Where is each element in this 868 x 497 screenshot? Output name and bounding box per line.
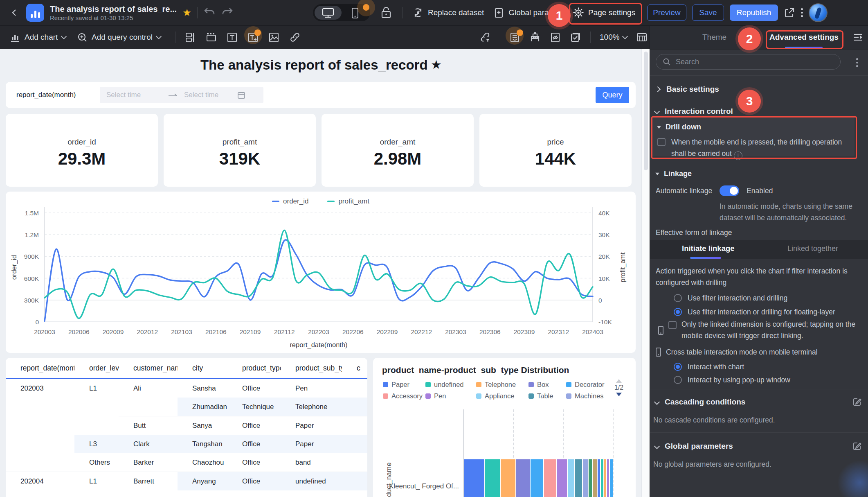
search-input[interactable] xyxy=(675,57,824,67)
add-chart-button[interactable]: Add chart xyxy=(10,25,66,49)
scrollbar-thumb[interactable] xyxy=(644,52,648,170)
table-chart-card[interactable]: report_date(month)order_levelcustomer_na… xyxy=(6,358,367,497)
section-global-parameters[interactable]: Global parameters xyxy=(650,437,868,455)
kpi-card-profit-amt[interactable]: profit_amt 319K xyxy=(164,114,316,187)
link-icon[interactable] xyxy=(289,32,301,43)
bar-segment[interactable] xyxy=(544,459,556,497)
bar-segment[interactable] xyxy=(557,459,567,497)
bar-segment[interactable] xyxy=(485,459,500,497)
legend-item[interactable]: Decorator xyxy=(566,381,612,389)
table-row[interactable]: OthersBarkerChaozhouOfficeband xyxy=(6,453,367,472)
section-cascading-conditions[interactable]: Cascading conditions xyxy=(650,393,868,411)
radio-interact-with-chart[interactable]: Interact with chart xyxy=(674,361,744,373)
panel-search[interactable] xyxy=(656,54,841,70)
bar-segment[interactable] xyxy=(568,459,575,497)
preview-button[interactable]: Preview xyxy=(647,5,686,21)
bar-segment[interactable] xyxy=(607,459,609,497)
replace-dataset-button[interactable]: Replace dataset xyxy=(412,7,484,18)
pagination-settings-icon[interactable] xyxy=(636,32,648,43)
radio-filter-and-drilling[interactable]: Use filter interaction and drilling xyxy=(674,292,787,304)
edit-icon[interactable] xyxy=(852,397,862,407)
bar-segment[interactable] xyxy=(598,459,600,497)
legend-item[interactable]: order_id xyxy=(272,197,308,206)
date-range-picker[interactable]: Select time Select time xyxy=(100,87,263,103)
collapse-panel-icon[interactable] xyxy=(853,32,864,42)
column-header[interactable]: product_sub_type xyxy=(281,358,342,379)
avatar[interactable] xyxy=(809,3,828,22)
kpi-card-order-id[interactable]: order_id 29.3M xyxy=(6,114,158,187)
bar-segment[interactable] xyxy=(601,459,603,497)
redo-icon[interactable] xyxy=(221,7,234,19)
legend-item[interactable]: profit_amt xyxy=(327,197,369,206)
bar-segment[interactable] xyxy=(610,459,613,497)
legend-item[interactable]: Accessory xyxy=(383,392,425,400)
linked-dimension-option[interactable]: Only the linked dimension is configured;… xyxy=(658,319,857,341)
column-header[interactable]: order_level xyxy=(74,358,119,379)
image-icon[interactable] xyxy=(268,32,279,43)
republish-button[interactable]: Republish xyxy=(730,5,778,21)
legend-item[interactable]: Telephone xyxy=(476,381,528,389)
more-menu-icon[interactable] xyxy=(801,8,803,17)
bar-segment[interactable] xyxy=(516,459,530,497)
bar-segment[interactable] xyxy=(589,459,593,497)
canvas-scrollbar[interactable] xyxy=(641,49,650,497)
linked-dimension-checkbox[interactable] xyxy=(668,321,677,329)
back-icon[interactable] xyxy=(8,7,20,19)
add-query-control-button[interactable]: Add query control xyxy=(77,25,161,49)
bar-segment[interactable] xyxy=(575,459,582,497)
tab-theme[interactable]: Theme xyxy=(702,25,726,49)
device-toggle[interactable] xyxy=(313,4,370,21)
table-row[interactable]: JieyangOfficeBox xyxy=(6,490,367,497)
bar-segment[interactable] xyxy=(464,459,484,497)
legend-item[interactable]: Appliance xyxy=(476,392,528,400)
column-header[interactable]: c xyxy=(342,358,367,379)
column-header[interactable]: product_type xyxy=(227,358,281,379)
table-row[interactable]: ButtSanyaOfficePaper xyxy=(6,416,367,435)
multi-select-icon[interactable] xyxy=(570,32,581,43)
table-row[interactable]: L3ClarkTangshanOfficePaper xyxy=(6,435,367,453)
linkage-section-header[interactable]: Linkage xyxy=(655,169,692,178)
legend-item[interactable]: Machines xyxy=(566,392,612,400)
favorite-star-icon[interactable]: ★ xyxy=(182,7,191,18)
share-icon[interactable] xyxy=(784,7,795,18)
kpi-card-order-amt[interactable]: order_amt 2.98M xyxy=(322,114,474,187)
table-row[interactable]: 202003L1AliSanshaOfficePen xyxy=(6,379,367,398)
tab-initiate-linkage[interactable]: Initiate linkage xyxy=(682,244,735,253)
legend-item[interactable]: Paper xyxy=(383,381,425,389)
radio-interact-popup[interactable]: Interact by using pop-up window xyxy=(674,374,790,386)
pager-down-icon[interactable] xyxy=(616,393,622,396)
edit-icon[interactable] xyxy=(852,441,862,451)
link-filter-icon[interactable] xyxy=(479,32,491,43)
table-row[interactable]: 202004L1BarrettAnyangOfficeundefined xyxy=(6,472,367,491)
column-header[interactable]: report_date(month) xyxy=(6,358,74,379)
column-header[interactable]: customer_name xyxy=(119,358,178,379)
bar-segment[interactable] xyxy=(531,459,544,497)
legend-item[interactable]: Table xyxy=(528,392,566,400)
search-more-icon[interactable] xyxy=(856,58,858,67)
bar-segment[interactable] xyxy=(501,459,515,497)
radio-filter-or-floating[interactable]: Use filter interaction or drilling for f… xyxy=(674,306,835,318)
legend-item[interactable]: Box xyxy=(528,381,566,389)
undo-icon[interactable] xyxy=(203,7,216,19)
text-icon[interactable] xyxy=(227,32,238,43)
column-header[interactable]: city xyxy=(178,358,227,379)
automatic-linkage-toggle[interactable] xyxy=(720,185,739,196)
table-row[interactable]: ZhumadianTechniqueTelephone xyxy=(6,398,367,416)
tab-linked-together[interactable]: Linked together xyxy=(787,244,838,253)
bar-segment[interactable] xyxy=(583,459,588,497)
save-button[interactable]: Save xyxy=(692,5,724,21)
bar-segment[interactable] xyxy=(604,459,606,497)
pager-up-icon[interactable] xyxy=(616,379,622,383)
line-chart-card[interactable]: order_id profit_amt 0300K600K900K1.2M1.5… xyxy=(6,192,636,353)
bar-chart-card[interactable]: product_name-product_sub_type Distributi… xyxy=(373,358,636,497)
line-chart[interactable]: 0300K600K900K1.2M1.5M-10K010K20K30K40K20… xyxy=(6,192,636,353)
lock-icon[interactable] xyxy=(380,6,392,19)
clean-brush-icon[interactable] xyxy=(529,32,541,43)
query-button[interactable]: Query xyxy=(596,87,629,103)
hide-preview-icon[interactable] xyxy=(550,32,561,43)
kpi-card-price[interactable]: price 144K xyxy=(479,114,632,187)
stacked-bar[interactable] xyxy=(464,459,613,497)
widget-layout-icon[interactable] xyxy=(185,32,196,43)
zoom-control[interactable]: 100% xyxy=(600,33,627,42)
bar-segment[interactable] xyxy=(593,459,597,497)
